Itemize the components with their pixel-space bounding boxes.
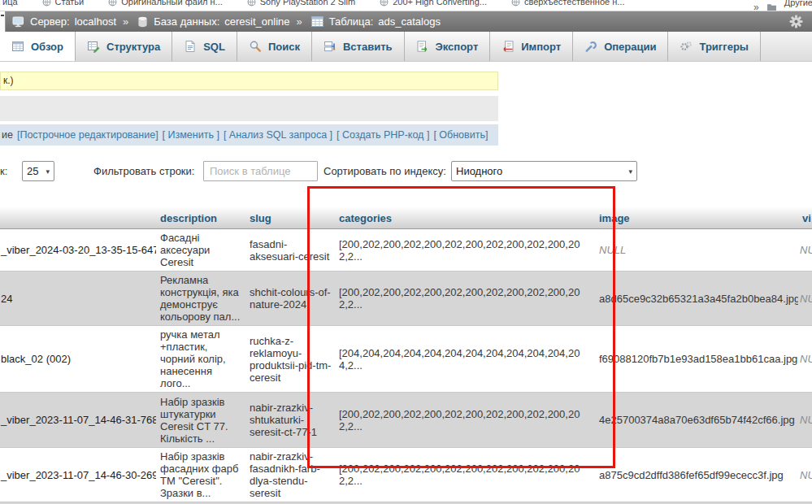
- query-action-link[interactable]: [Построчное редактирование]: [17, 129, 158, 141]
- breadcrumb-table-label: Таблица:: [329, 15, 374, 28]
- tab-export[interactable]: Экспорт: [405, 32, 491, 61]
- globe-icon: [42, 0, 51, 7]
- cell-description: ручка метал +пластик, чорний колір, нане…: [156, 326, 245, 393]
- bookmark-label: 200+ High Converting...: [393, 0, 487, 7]
- tab-label: Триггеры: [699, 41, 748, 53]
- filter-rows-label: Фильтровать строки:: [93, 165, 194, 177]
- server-icon: [12, 16, 24, 28]
- table-header-row: descriptionslugcategoriesimagevi: [0, 207, 812, 229]
- database-icon: [137, 16, 148, 28]
- operations-icon: [584, 40, 597, 53]
- query-action-link[interactable]: [ Создать PHP-код ]: [337, 129, 429, 141]
- table-search-input[interactable]: [203, 161, 318, 181]
- breadcrumb-database-link[interactable]: ceresit_online: [224, 15, 289, 28]
- tab-insert[interactable]: Вставить: [312, 32, 405, 61]
- triggers-icon: [680, 40, 693, 53]
- tab-label: SQL: [203, 41, 225, 53]
- bookmark-label: сверхъестественное н...: [524, 0, 624, 7]
- cell-vi: NULL: [798, 229, 812, 272]
- sort-by-index-select[interactable]: Ниодного ▾: [451, 161, 637, 181]
- tab-search[interactable]: Поиск: [237, 32, 312, 61]
- bookmark-item[interactable]: Sony PlayStation 2 Slim: [247, 0, 355, 7]
- cell-name: _viber_2024-03-20_13-35-15-647: [0, 229, 156, 272]
- structure-icon: [87, 40, 100, 53]
- query-box: [0, 96, 498, 121]
- bookmark-item[interactable]: 200+ High Converting...: [380, 0, 487, 7]
- globe-icon: [380, 0, 389, 7]
- cell-categories: [200,202,200,202,200,202,200,202,200,202…: [335, 272, 595, 326]
- cell-vi: NULL: [798, 393, 812, 448]
- bookmark-label: Статьи: [55, 0, 85, 7]
- tab-label: Операции: [604, 41, 656, 53]
- column-header-blank: [0, 207, 156, 229]
- cell-slug: shchit-colours-of-nature-2024: [245, 272, 335, 326]
- tab-bar: ОбзорСтруктураSQLПоискВставитьЭкспортИмп…: [0, 32, 812, 62]
- globe-icon: [108, 0, 117, 7]
- tab-triggers[interactable]: Триггеры: [668, 32, 760, 61]
- globe-icon: [511, 0, 520, 7]
- cell-image: 4e25700374a8a70e63df65b74f42cf66.jpg: [595, 393, 798, 448]
- bookmark-item[interactable]: Статьи: [42, 0, 85, 7]
- cell-image: a875c9cd2dffd386fef65df99ececc3f.jpg: [595, 448, 798, 502]
- query-action-link[interactable]: [ Изменить ]: [163, 129, 219, 141]
- notice-text: к.): [3, 75, 14, 86]
- cell-categories: [200,202,200,202,200,202,200,202,200,202…: [335, 448, 595, 502]
- cell-name: _viber_2023-11-07_14-46-31-768: [0, 393, 156, 448]
- folder-icon: [766, 3, 777, 11]
- cell-description: Рекламна конструкція, яка демонструє кол…: [156, 272, 245, 326]
- query-action-link[interactable]: [ Обновить]: [433, 129, 488, 141]
- bookmarks-overflow-chevron[interactable]: »: [753, 2, 759, 11]
- breadcrumb-table-link[interactable]: ads_catalogs: [378, 15, 441, 28]
- results-table: descriptionslugcategoriesimagevi _viber_…: [0, 207, 812, 504]
- table-row: 24Рекламна конструкція, яка демонструє к…: [0, 272, 812, 326]
- tab-sql[interactable]: SQL: [172, 32, 237, 61]
- query-action-link[interactable]: [ Анализ SQL запроса ]: [224, 129, 332, 141]
- cell-vi: NULL: [798, 448, 812, 502]
- gear-icon[interactable]: [789, 15, 803, 28]
- other-bookmarks-button[interactable]: Другие закл: [784, 0, 812, 11]
- tab-label: Вставить: [343, 41, 393, 53]
- chevron-down-icon: ▾: [46, 167, 50, 176]
- bookmark-item[interactable]: Оригинальный файл н...: [108, 0, 223, 7]
- cell-image: NULL: [595, 229, 798, 272]
- cell-vi: NULL: [798, 326, 812, 393]
- tab-browse[interactable]: Обзор: [0, 32, 76, 61]
- column-header-description[interactable]: description: [156, 207, 245, 229]
- rows-count-value: 25: [27, 165, 38, 177]
- cell-slug: ruchka-z-reklamoyu-produktsii-pid-tm-cer…: [245, 326, 335, 393]
- chevron-down-icon: ▾: [628, 167, 632, 176]
- table-row: _viber_2024-03-20_13-35-15-647Фасадні ак…: [0, 229, 812, 272]
- tab-operations[interactable]: Операции: [573, 32, 668, 61]
- column-header-slug[interactable]: slug: [245, 207, 335, 229]
- breadcrumb-server-link[interactable]: localhost: [75, 15, 116, 28]
- cell-name: _viber_2023-11-07_14-46-30-269: [0, 448, 156, 502]
- cell-slug: fasadni-aksesuari-ceresit: [245, 229, 335, 272]
- bookmark-item[interactable]: сверхъестественное н...: [511, 0, 624, 7]
- tab-import[interactable]: Импорт: [490, 32, 573, 61]
- tab-label: Экспорт: [436, 41, 479, 53]
- tab-label: Обзор: [31, 41, 63, 53]
- phpmyadmin-browse-screen: ицаСтатьиОригинальный файл н...Sony Play…: [0, 0, 812, 504]
- column-header-vi[interactable]: vi: [798, 207, 812, 229]
- tab-structure[interactable]: Структура: [76, 32, 172, 61]
- column-header-categories[interactable]: categories: [335, 207, 595, 229]
- tab-label: Поиск: [268, 41, 300, 53]
- rows-count-select[interactable]: 25 ▾: [22, 161, 54, 181]
- cell-slug: nabir-zrazkiv-fasadnikh-farb-dlya-stendu…: [245, 448, 335, 502]
- export-icon: [416, 40, 429, 53]
- query-result-notice: к.): [0, 72, 498, 90]
- bookmarks-right-group: » Другие закл: [753, 0, 812, 11]
- cell-slug: nabir-zrazkiv-shtukaturki-seresit-ct-77-…: [245, 393, 335, 448]
- globe-icon: [247, 0, 256, 7]
- browse-icon: [11, 40, 24, 53]
- table-row: _viber_2023-11-07_14-46-30-269Набір зраз…: [0, 448, 812, 502]
- bookmark-item[interactable]: ица: [2, 0, 18, 7]
- browser-bookmarks-bar: ицаСтатьиОригинальный файл н...Sony Play…: [0, 0, 812, 11]
- import-icon: [502, 40, 515, 53]
- breadcrumb-database-label: База данных:: [154, 15, 219, 28]
- sql-icon: [184, 40, 197, 53]
- column-header-image[interactable]: image: [595, 207, 798, 229]
- bookmark-label: Оригинальный файл н...: [121, 0, 223, 7]
- table-row: black_02 (002)ручка метал +пластик, чорн…: [0, 326, 812, 393]
- insert-icon: [323, 40, 337, 53]
